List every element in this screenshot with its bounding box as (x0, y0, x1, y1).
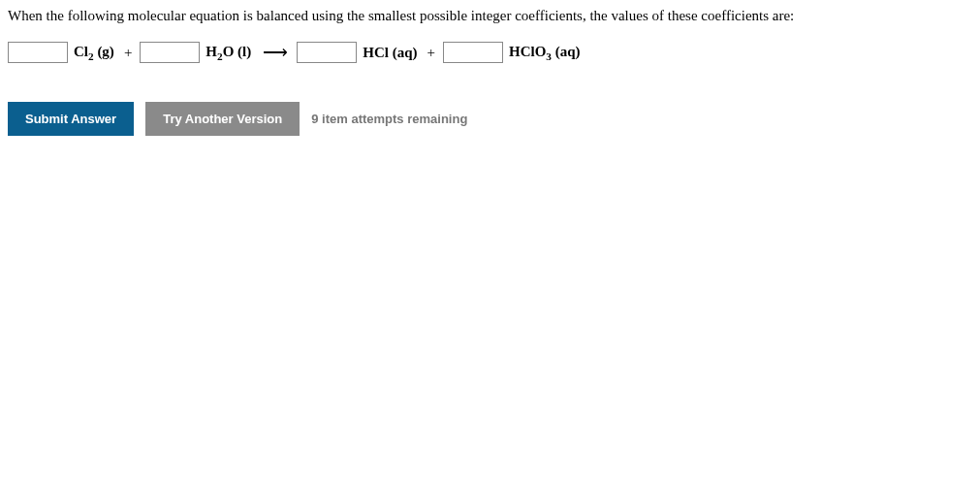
equation-row: Cl2 (g) + H2O (l) ⟶ HCl (aq) + HClO3 (aq… (8, 42, 972, 63)
formula-text: HClO (509, 44, 546, 59)
formula-text: H (205, 44, 217, 59)
formula-h2o: H2O (l) (205, 44, 251, 62)
action-row: Submit Answer Try Another Version 9 item… (8, 102, 972, 136)
formula-text: HCl (363, 45, 389, 60)
formula-state: (aq) (552, 44, 581, 59)
coefficient-input-4[interactable] (443, 42, 503, 63)
formula-hclo3: HClO3 (aq) (509, 44, 581, 62)
coefficient-input-3[interactable] (297, 42, 357, 63)
attempts-remaining: 9 item attempts remaining (311, 112, 467, 126)
formula-hcl: HCl (aq) (363, 45, 417, 61)
coefficient-input-2[interactable] (140, 42, 200, 63)
try-another-version-button[interactable]: Try Another Version (145, 102, 300, 136)
formula-text: Cl (74, 44, 88, 59)
plus-1: + (124, 45, 132, 61)
formula-state: (l) (234, 44, 251, 59)
question-prompt: When the following molecular equation is… (8, 8, 972, 24)
plus-2: + (427, 45, 435, 61)
submit-answer-button[interactable]: Submit Answer (8, 102, 134, 136)
formula-cl2: Cl2 (g) (74, 44, 114, 62)
coefficient-input-1[interactable] (8, 42, 68, 63)
formula-text: O (223, 44, 235, 59)
formula-state: (g) (94, 44, 114, 59)
reaction-arrow-icon: ⟶ (263, 42, 287, 63)
formula-state: (aq) (389, 45, 418, 60)
